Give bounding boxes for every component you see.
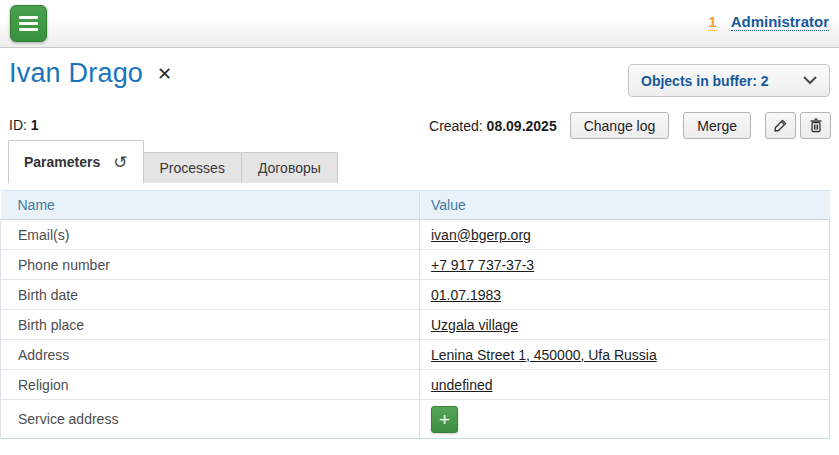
param-value: undefined — [420, 370, 830, 400]
param-name: Birth date — [1, 280, 420, 310]
merge-button[interactable]: Merge — [683, 112, 751, 139]
param-name: Religion — [1, 370, 420, 400]
param-value: ivan@bgerp.org — [420, 220, 830, 250]
pencil-icon — [773, 118, 788, 133]
objects-in-buffer-label: Objects in buffer: 2 — [641, 73, 769, 89]
column-header-value: Value — [420, 191, 830, 220]
chevron-down-icon — [803, 76, 817, 85]
created-date: Created: 08.09.2025 — [429, 118, 557, 134]
tab-bar: Parameters ↺ Processes Договоры — [8, 140, 338, 183]
edit-button[interactable] — [765, 112, 796, 139]
param-value: Lenina Street 1, 450000, Ufa Russia — [420, 340, 830, 370]
param-value: + — [420, 400, 830, 439]
param-name: Birth place — [1, 310, 420, 340]
column-header-name: Name — [1, 191, 420, 220]
param-value-link[interactable]: Uzgala village — [431, 317, 518, 333]
change-log-button[interactable]: Change log — [570, 112, 670, 139]
delete-button[interactable] — [800, 112, 831, 139]
refresh-icon[interactable]: ↺ — [113, 154, 127, 171]
table-row: Service address+ — [1, 400, 830, 439]
id-value: 1 — [31, 117, 39, 133]
created-value: 08.09.2025 — [487, 118, 557, 134]
id-label: ID: — [9, 117, 27, 133]
param-value-link[interactable]: 01.07.1983 — [431, 287, 501, 303]
param-name: Service address — [1, 400, 420, 439]
trash-icon — [809, 118, 823, 133]
user-area: 1 Administrator — [708, 13, 829, 31]
tab-processes[interactable]: Processes — [143, 152, 242, 183]
table-row: Phone number+7 917 737-37-3 — [1, 250, 830, 280]
message-count-link[interactable]: 1 — [708, 13, 716, 31]
tab-parameters-label: Parameters — [24, 154, 100, 170]
param-value-link[interactable]: ivan@bgerp.org — [431, 227, 531, 243]
current-user-link[interactable]: Administrator — [731, 13, 829, 31]
page-title: Ivan Drago — [9, 58, 143, 89]
add-value-button[interactable]: + — [431, 406, 458, 433]
param-value: Uzgala village — [420, 310, 830, 340]
table-row: Birth placeUzgala village — [1, 310, 830, 340]
param-value-link[interactable]: undefined — [431, 377, 493, 393]
meta-row: ID: 1 Created: 08.09.2025 Change log Mer… — [0, 112, 839, 139]
param-value: 01.07.1983 — [420, 280, 830, 310]
plus-icon: + — [439, 410, 450, 429]
tab-dogovory[interactable]: Договоры — [241, 152, 338, 183]
param-value-link[interactable]: +7 917 737-37-3 — [431, 257, 534, 273]
param-value: +7 917 737-37-3 — [420, 250, 830, 280]
title-row: Ivan Drago ✕ — [9, 58, 172, 89]
table-row: Religionundefined — [1, 370, 830, 400]
param-value-link[interactable]: Lenina Street 1, 450000, Ufa Russia — [431, 347, 657, 363]
tab-parameters[interactable]: Parameters ↺ — [8, 140, 144, 183]
tab-processes-label: Processes — [160, 160, 225, 176]
param-name: Address — [1, 340, 420, 370]
param-name: Phone number — [1, 250, 420, 280]
table-row: Email(s)ivan@bgerp.org — [1, 220, 830, 250]
table-header-row: Name Value — [1, 191, 830, 220]
close-icon[interactable]: ✕ — [157, 65, 172, 83]
table-row: AddressLenina Street 1, 450000, Ufa Russ… — [1, 340, 830, 370]
tab-dogovory-label: Договоры — [258, 160, 321, 176]
hamburger-menu-button[interactable] — [10, 5, 47, 42]
created-label: Created: — [429, 118, 483, 134]
table-row: Birth date01.07.1983 — [1, 280, 830, 310]
parameters-table: Name Value Email(s)ivan@bgerp.orgPhone n… — [0, 190, 830, 439]
objects-in-buffer-dropdown[interactable]: Objects in buffer: 2 — [628, 64, 830, 97]
top-bar: 1 Administrator — [0, 0, 839, 48]
param-table-body: Email(s)ivan@bgerp.orgPhone number+7 917… — [1, 220, 830, 439]
param-name: Email(s) — [1, 220, 420, 250]
object-id: ID: 1 — [9, 117, 39, 133]
